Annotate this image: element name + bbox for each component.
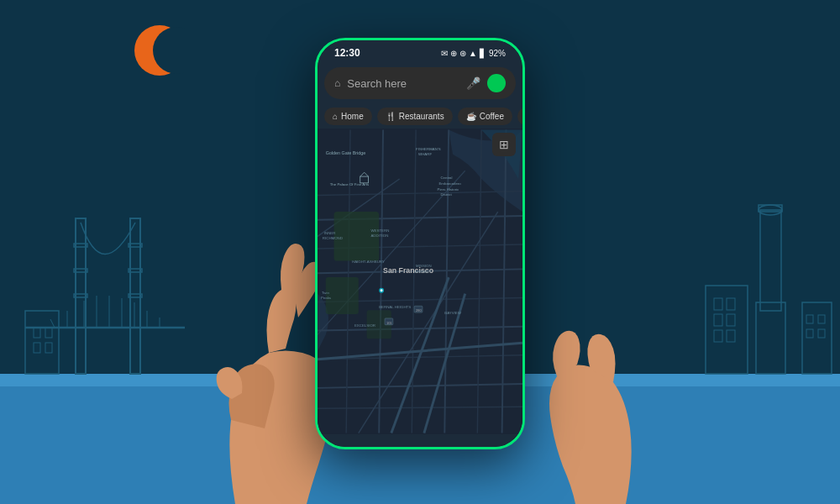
search-icon: ⌂: [334, 77, 340, 89]
svg-rect-32: [714, 314, 722, 326]
search-bar[interactable]: ⌂ Search here 🎤: [324, 67, 516, 99]
svg-rect-39: [806, 329, 813, 338]
layers-icon: ⊞: [499, 138, 509, 151]
hand-right: [508, 260, 676, 504]
phone: 12:30 ✉ ⊕ ⊛ ▲ ▋ 92% ⌂ Search here 🎤: [315, 38, 525, 449]
status-icons: ✉ ⊕ ⊛ ▲ ▋ 92%: [441, 49, 506, 58]
mic-icon[interactable]: 🎤: [466, 76, 480, 90]
svg-rect-34: [714, 330, 722, 342]
map-area[interactable]: Golden Gate Bridge FISHERMAN'S WHARF The…: [318, 129, 522, 434]
svg-text:EXCELSIOR: EXCELSIOR: [354, 323, 375, 328]
svg-text:WESTERN: WESTERN: [370, 228, 389, 233]
svg-text:Embarcadero: Embarcadero: [438, 181, 461, 186]
svg-text:BAYVIEW: BAYVIEW: [444, 311, 461, 315]
svg-text:Peaks: Peaks: [321, 296, 332, 300]
svg-rect-21: [34, 328, 40, 338]
svg-text:BERNAL HEIGHTS: BERNAL HEIGHTS: [379, 305, 411, 309]
svg-text:101: 101: [386, 321, 392, 325]
svg-text:Central: Central: [440, 176, 452, 180]
coffee-icon: ☕: [466, 112, 476, 121]
chip-home-label: Home: [341, 112, 364, 121]
svg-line-11: [50, 319, 55, 328]
vpn-icon: ⊛: [459, 49, 466, 58]
svg-text:WHARF: WHARF: [418, 152, 432, 156]
svg-rect-23: [34, 343, 40, 353]
svg-rect-37: [806, 315, 813, 323]
profile-avatar[interactable]: [487, 74, 506, 92]
moon: [134, 25, 185, 76]
svg-rect-35: [727, 330, 735, 342]
phone-screen: 12:30 ✉ ⊕ ⊛ ▲ ▋ 92% ⌂ Search here 🎤: [318, 40, 522, 447]
status-bar: 12:30 ✉ ⊕ ⊛ ▲ ▋ 92%: [318, 40, 522, 62]
svg-rect-3: [130, 218, 140, 374]
status-time: 12:30: [334, 47, 360, 59]
svg-text:MISSION: MISSION: [416, 264, 431, 268]
svg-rect-38: [818, 315, 825, 323]
wifi-icon: ▲: [469, 49, 477, 58]
signal-icon: ▋: [480, 49, 486, 58]
svg-text:Piers Historic: Piers Historic: [437, 187, 459, 192]
home-icon: ⌂: [333, 112, 338, 121]
svg-text:Golden Gate Bridge: Golden Gate Bridge: [326, 150, 365, 155]
map-svg: Golden Gate Bridge FISHERMAN'S WHARF The…: [318, 129, 522, 434]
svg-text:280: 280: [416, 308, 422, 312]
svg-rect-33: [727, 314, 735, 326]
svg-rect-20: [25, 311, 59, 374]
chip-restaurants-label: Restaurants: [399, 112, 444, 121]
layer-toggle-button[interactable]: ⊞: [492, 133, 516, 156]
svg-rect-26: [756, 302, 785, 374]
svg-text:Twin: Twin: [322, 291, 330, 295]
svg-text:ADDITION: ADDITION: [370, 234, 388, 238]
svg-rect-24: [45, 343, 52, 353]
svg-text:INNER: INNER: [324, 231, 336, 235]
svg-rect-31: [727, 298, 735, 310]
chips-row: ⌂ Home 🍴 Restaurants ☕ Coffee 🍸 B…: [318, 104, 522, 129]
svg-rect-25: [760, 210, 781, 311]
svg-rect-40: [818, 329, 825, 338]
battery-level: 92%: [489, 49, 506, 58]
chip-home[interactable]: ⌂ Home: [324, 108, 372, 125]
svg-text:RICHMOND: RICHMOND: [323, 236, 343, 240]
chip-bars[interactable]: 🍸 B…: [517, 108, 522, 125]
svg-text:DISTRICT: DISTRICT: [414, 270, 431, 274]
svg-rect-30: [714, 298, 722, 310]
svg-point-90: [381, 289, 383, 291]
svg-text:FISHERMAN'S: FISHERMAN'S: [416, 147, 441, 151]
chip-restaurants[interactable]: 🍴 Restaurants: [377, 108, 453, 125]
mail-icon: ✉: [441, 49, 448, 58]
restaurant-icon: 🍴: [386, 112, 396, 121]
svg-text:HAIGHT-ASHBURY: HAIGHT-ASHBURY: [352, 260, 385, 264]
chip-coffee[interactable]: ☕ Coffee: [458, 108, 512, 125]
phone-frame: 12:30 ✉ ⊕ ⊛ ▲ ▋ 92% ⌂ Search here 🎤: [315, 38, 525, 449]
location-icon: ⊕: [450, 49, 457, 58]
svg-rect-2: [76, 218, 86, 374]
svg-rect-22: [45, 328, 52, 338]
svg-text:District: District: [440, 192, 452, 197]
chip-coffee-label: Coffee: [480, 112, 504, 121]
search-placeholder: Search here: [347, 77, 459, 90]
